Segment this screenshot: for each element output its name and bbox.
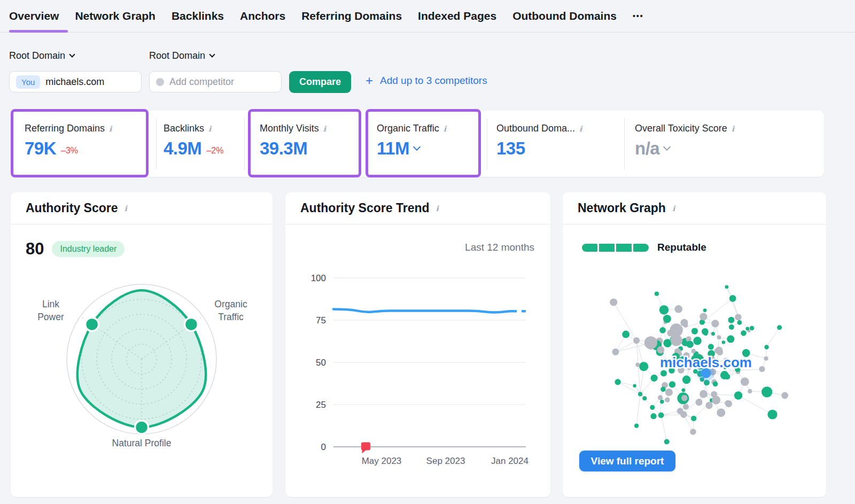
- radar-axis-link-power: Link Power: [29, 298, 72, 323]
- your-domain-field[interactable]: You michaels.com: [9, 71, 142, 92]
- info-icon[interactable]: i: [579, 125, 582, 133]
- y-axis-tick: 25: [316, 400, 326, 410]
- metric-value[interactable]: 79K: [25, 138, 56, 159]
- reputation-segment: [599, 244, 615, 252]
- reputation-segment: [616, 244, 632, 252]
- chevron-down-icon[interactable]: [413, 143, 421, 151]
- center-domain-label: michaels.com: [660, 354, 752, 370]
- y-axis-tick: 50: [316, 358, 326, 368]
- authority-radar-chart: [11, 251, 273, 492]
- competitor-input[interactable]: [169, 76, 275, 88]
- authority-trend-line-chart: 1007550250May 2023Sep 2023Jan 2024: [296, 262, 540, 476]
- scope-label: Root Domain: [149, 50, 205, 61]
- radar-point: [86, 317, 99, 331]
- metric-label: Overall Toxicity Score: [635, 123, 727, 134]
- metric-value[interactable]: 4.9M: [164, 138, 201, 159]
- metric-backlinks: Backlinksi 4.9M–2%: [164, 123, 223, 159]
- metric-delta: –2%: [206, 146, 223, 156]
- tab-outbound-domains[interactable]: Outbound Domains: [512, 10, 617, 22]
- metric-label: Monthly Visits: [260, 123, 319, 134]
- trend-period-label: Last 12 months: [465, 242, 534, 253]
- active-tab-indicator: [9, 30, 68, 33]
- metric-outbound-domains: Outbound Doma...i 135: [496, 123, 582, 159]
- metric-label: Organic Traffic: [377, 123, 439, 134]
- metric-divider: [244, 118, 245, 169]
- flag-marker-tail: [362, 449, 367, 454]
- card-title: Authority Score Trend: [300, 201, 430, 215]
- metric-delta: –3%: [61, 146, 78, 156]
- y-axis-tick: 75: [316, 315, 326, 325]
- radar-axis-natural-profile: Natural Profile: [110, 437, 174, 450]
- radar-point: [135, 421, 149, 434]
- chevron-down-icon[interactable]: [663, 143, 671, 151]
- add-competitors-label: Add up to 3 competitors: [380, 75, 487, 87]
- scope-dropdown-competitor[interactable]: Root Domain: [149, 50, 214, 61]
- info-icon[interactable]: i: [436, 204, 439, 213]
- info-icon[interactable]: i: [444, 125, 446, 133]
- tab-overview[interactable]: Overview: [9, 10, 59, 22]
- authority-score-trend-card: Authority Score Trend i Last 12 months 1…: [285, 192, 550, 497]
- metric-divider: [487, 118, 487, 169]
- y-axis-tick: 100: [311, 273, 326, 283]
- metric-label: Outbound Doma...: [496, 123, 575, 134]
- compare-button[interactable]: Compare: [289, 71, 351, 93]
- view-full-report-button[interactable]: View full report: [579, 451, 675, 471]
- card-header: Authority Score Trend i: [285, 192, 550, 224]
- chevron-down-icon: [209, 51, 215, 57]
- metric-label: Backlinks: [164, 123, 204, 134]
- radar-point: [184, 317, 198, 331]
- your-domain-value: michaels.com: [45, 76, 104, 88]
- metric-value[interactable]: n/a: [635, 138, 659, 159]
- radar-axis-organic-traffic: Organic Traffic: [206, 298, 255, 323]
- tab-anchors[interactable]: Anchors: [240, 10, 285, 22]
- add-competitors-link[interactable]: + Add up to 3 competitors: [366, 75, 487, 87]
- tab-referring-domains[interactable]: Referring Domains: [301, 10, 402, 22]
- reputation-segment: [582, 244, 597, 252]
- you-badge: You: [16, 75, 40, 89]
- tab-backlinks[interactable]: Backlinks: [172, 10, 224, 22]
- metric-toxicity-score: Overall Toxicity Scorei n/a: [635, 123, 734, 159]
- plus-icon: +: [366, 75, 373, 86]
- metric-referring-domains: Referring Domainsi 79K–3%: [25, 123, 112, 159]
- backlink-network-graph[interactable]: michaels.com: [571, 254, 818, 478]
- radar-area: [77, 290, 206, 427]
- chevron-down-icon: [69, 51, 75, 57]
- top-navigation: Overview Network Graph Backlinks Anchors…: [0, 0, 855, 33]
- info-icon[interactable]: i: [323, 125, 326, 133]
- metric-value[interactable]: 11M: [377, 138, 409, 159]
- flag-marker-icon: [361, 443, 370, 451]
- reputation-segment: [633, 244, 649, 252]
- tab-network-graph[interactable]: Network Graph: [75, 10, 156, 22]
- info-icon[interactable]: i: [672, 204, 675, 213]
- metric-label: Referring Domains: [25, 123, 105, 134]
- network-rating-row: Reputable: [582, 242, 706, 253]
- card-header: Authority Score i: [11, 192, 273, 224]
- x-axis-tick: Jan 2024: [491, 456, 528, 466]
- info-icon[interactable]: i: [732, 125, 734, 133]
- authority-trend-line: [333, 309, 510, 313]
- x-axis-tick: Sep 2023: [426, 456, 465, 466]
- info-icon[interactable]: i: [208, 125, 211, 133]
- info-icon[interactable]: i: [125, 204, 127, 213]
- metric-organic-traffic: Organic Traffici 11M: [377, 123, 446, 159]
- metric-divider: [624, 118, 625, 169]
- metric-value[interactable]: 39.3M: [260, 138, 307, 159]
- backlink-analytics-overview: { "nav": { "items": [ {"label": "Overvie…: [0, 0, 855, 504]
- competitor-field[interactable]: [149, 71, 282, 92]
- metric-divider: [156, 118, 157, 169]
- y-axis-tick: 0: [321, 442, 326, 452]
- card-header: Network Graph i: [563, 192, 826, 224]
- scope-dropdown-you[interactable]: Root Domain: [9, 50, 74, 61]
- card-title: Authority Score: [26, 201, 118, 215]
- reputation-label: Reputable: [657, 242, 706, 253]
- x-axis-tick: May 2023: [362, 456, 402, 466]
- more-tabs-icon[interactable]: •••: [633, 12, 644, 20]
- domain-placeholder-icon: [156, 78, 164, 86]
- metric-value[interactable]: 135: [496, 138, 525, 159]
- card-title: Network Graph: [578, 201, 666, 215]
- network-graph-card: Network Graph i Reputable michaels.com V…: [563, 192, 826, 497]
- authority-score-card: Authority Score i 80 Industry leader Lin…: [11, 192, 273, 497]
- tab-indexed-pages[interactable]: Indexed Pages: [418, 10, 496, 22]
- reputation-meter: [582, 244, 649, 252]
- info-icon[interactable]: i: [109, 125, 112, 133]
